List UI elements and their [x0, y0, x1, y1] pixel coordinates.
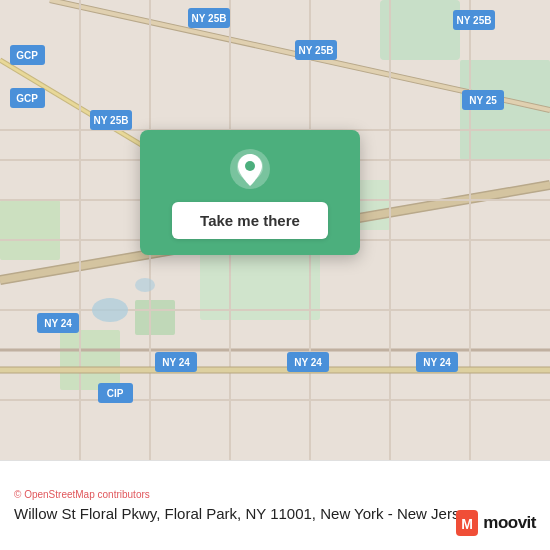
svg-point-54 [135, 278, 155, 292]
svg-text:NY 24: NY 24 [44, 318, 72, 329]
svg-point-53 [92, 298, 128, 322]
svg-rect-4 [0, 200, 60, 260]
location-pin-icon [229, 148, 271, 190]
svg-text:NY 24: NY 24 [162, 357, 190, 368]
svg-text:NY 25B: NY 25B [94, 115, 129, 126]
svg-text:NY 24: NY 24 [423, 357, 451, 368]
svg-text:M: M [461, 516, 473, 532]
svg-text:CIP: CIP [107, 388, 124, 399]
svg-rect-7 [135, 300, 175, 335]
svg-text:GCP: GCP [16, 93, 38, 104]
svg-text:NY 24: NY 24 [294, 357, 322, 368]
bottom-bar: © OpenStreetMap contributors Willow St F… [0, 460, 550, 550]
osm-credit-text: © OpenStreetMap contributors [14, 489, 150, 500]
svg-rect-6 [60, 330, 120, 390]
osm-credit: © OpenStreetMap contributors [14, 489, 536, 500]
svg-text:NY 25B: NY 25B [457, 15, 492, 26]
svg-text:NY 25B: NY 25B [192, 13, 227, 24]
map-container: NY 25B NY 25B NY 25B NY 25 NY 25B GCP GC… [0, 0, 550, 460]
moovit-wordmark: moovit [483, 513, 536, 533]
svg-text:NY 25B: NY 25B [299, 45, 334, 56]
take-me-there-button[interactable]: Take me there [172, 202, 328, 239]
svg-point-57 [245, 161, 255, 171]
svg-text:GCP: GCP [16, 50, 38, 61]
svg-text:NY 25: NY 25 [469, 95, 497, 106]
svg-rect-1 [380, 0, 460, 60]
popup-card: Take me there [140, 130, 360, 255]
moovit-icon: M [456, 510, 478, 536]
moovit-logo: M moovit [456, 510, 536, 536]
